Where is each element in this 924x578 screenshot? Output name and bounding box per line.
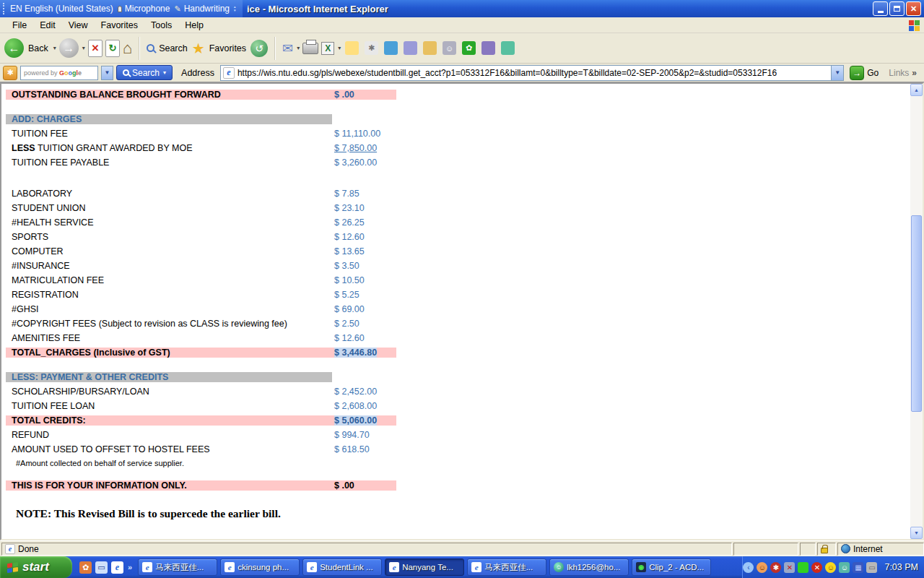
scroll-up-icon[interactable]: ▲ (910, 84, 923, 96)
taskbar-task[interactable]: ☺lkh1256@ho... (549, 558, 629, 576)
menu-tools[interactable]: Tools (144, 19, 178, 32)
search-button[interactable]: Search (147, 43, 189, 53)
address-url[interactable]: https://wis.ntu.edu.sg/pls/webexe/studen… (237, 68, 777, 78)
handwriting-button[interactable]: ✎Handwriting (174, 4, 230, 14)
home-button[interactable]: ⌂ (123, 39, 132, 58)
start-button[interactable]: start (0, 556, 72, 578)
forward-dropdown-icon[interactable]: ▾ (82, 45, 85, 51)
show-desktop-icon[interactable]: ▭ (95, 561, 108, 574)
google-combo-dropdown-icon[interactable]: ▼ (101, 66, 113, 80)
menu-view[interactable]: View (62, 19, 95, 32)
language-selector[interactable]: EN English (United States) (10, 4, 113, 14)
links-toolbar[interactable]: Links » (884, 68, 921, 78)
links-overflow-icon[interactable]: » (912, 68, 917, 78)
frame-tool-icon[interactable]: ✱ (365, 41, 378, 55)
taskbar-task[interactable]: eckinsung ph... (220, 558, 300, 576)
bill-row: COMPUTER$ 13.65 (6, 244, 923, 259)
refresh-icon: ↻ (108, 43, 116, 53)
tray-voice-icon[interactable]: ☺ (757, 562, 767, 573)
bill-label: LABORATORY (6, 189, 332, 199)
tray-device-icon[interactable]: ▭ (866, 562, 877, 573)
handwriting-icon: ✎ (174, 4, 180, 14)
mail-dropdown-icon[interactable]: ▾ (297, 45, 300, 51)
bill-row: REFUND$ 994.70 (6, 428, 923, 442)
icq-pro-icon[interactable]: ✿ (462, 41, 476, 55)
tray-volume-icon[interactable]: ✱ (770, 562, 781, 573)
language-bar[interactable]: EN English (United States) Microphone ✎H… (0, 0, 243, 17)
menu-help[interactable]: Help (178, 19, 210, 32)
close-button[interactable]: ✕ (906, 1, 921, 16)
msn-quicklaunch-icon[interactable]: ✿ (79, 561, 92, 574)
scrollbar-thumb[interactable] (911, 215, 922, 412)
messenger-swirl-icon[interactable] (501, 41, 515, 55)
tray-user-icon[interactable]: ☺ (839, 562, 850, 573)
address-dropdown-icon[interactable]: ▼ (831, 66, 843, 80)
bill-row: TUITION FEE LOAN$ 2,608.00 (6, 399, 923, 413)
address-input[interactable]: e https://wis.ntu.edu.sg/pls/webexe/stud… (220, 65, 844, 81)
language-bar-grip[interactable] (3, 3, 6, 14)
back-dropdown-icon[interactable]: ▾ (53, 45, 56, 51)
google-search-dropdown-icon[interactable]: ▾ (163, 69, 166, 76)
bill-label: SPORTS (6, 232, 332, 242)
research-icon[interactable] (404, 41, 417, 55)
tray-display-icon[interactable]: ▦ (853, 562, 863, 573)
favorites-button[interactable]: ★ Favorites (192, 40, 248, 57)
taskbar-task[interactable]: e马来西亚佳... (467, 558, 546, 576)
google-toolbar-icon[interactable]: ✱ (3, 66, 17, 80)
google-search-input[interactable]: powered by Google (20, 66, 98, 80)
bill-value-text[interactable]: $ 7,850.00 (334, 143, 377, 153)
scroll-down-icon[interactable]: ▼ (910, 527, 923, 539)
taskbar-task[interactable]: ◉Clip_2 - ACD... (632, 558, 711, 576)
bill-value: $ 618.50 (332, 444, 396, 454)
mail-button[interactable]: ✉ ▾ (282, 40, 300, 56)
internet-explorer-icon[interactable]: e (111, 561, 123, 574)
notes-icon[interactable] (345, 41, 359, 55)
taskbar-task[interactable]: eNanyang Te... (385, 558, 464, 576)
tray-smiley-icon[interactable]: ☺ (825, 562, 836, 573)
stop-button[interactable]: ✕ (88, 40, 103, 57)
bill-rows: OUTSTANDING BALANCE BROUGHT FORWARD$ .00… (1, 84, 923, 520)
bill-label: TOTAL CREDITS: (6, 415, 332, 426)
bill-label: TUITION FEE LOAN (6, 401, 332, 411)
tray-battery-icon[interactable] (798, 562, 808, 573)
print-button[interactable] (302, 43, 318, 54)
history-button[interactable]: ↺ (250, 40, 268, 57)
bill-row: MATRICULATION FEE$ 10.50 (6, 273, 923, 288)
taskbar-task[interactable]: e马来西亚佳... (138, 558, 217, 576)
language-bar-options-icon[interactable]: ▴▾ (234, 5, 236, 12)
menu-favorites[interactable]: Favorites (95, 19, 144, 32)
bill-value: $ 5,060.00 (332, 415, 396, 426)
dictionary-icon[interactable] (481, 41, 495, 55)
bill-label: #INSURANCE (6, 261, 332, 271)
edit-with-excel-button[interactable]: X ▾ (321, 42, 341, 55)
minimize-button[interactable] (873, 1, 888, 16)
favorites-star-icon: ★ (192, 40, 205, 57)
menu-file[interactable]: File (6, 19, 33, 32)
vertical-scrollbar[interactable]: ▲ ▼ (910, 84, 923, 539)
bill-value[interactable]: $ 7,850.00 (332, 143, 396, 153)
refresh-button[interactable]: ↻ (105, 40, 120, 57)
privacy-spy-icon[interactable]: ☺ (443, 41, 456, 55)
bill-value-text: $ 2.50 (334, 319, 359, 329)
go-button[interactable]: → Go (847, 66, 881, 80)
tray-network-disabled-icon[interactable]: ✕ (784, 562, 795, 573)
highlighter-icon[interactable] (423, 41, 437, 55)
menu-edit[interactable]: Edit (33, 19, 62, 32)
google-search-button[interactable]: Search▾ (116, 65, 173, 80)
links-label: Links (889, 68, 909, 78)
bill-value: $ .00 (332, 480, 396, 491)
globe-mail-icon[interactable] (384, 41, 398, 55)
microphone-button[interactable]: Microphone (118, 4, 170, 14)
edit-dropdown-icon[interactable]: ▾ (338, 45, 341, 51)
tray-collapse-chevron-icon[interactable]: ‹ (743, 562, 754, 573)
restore-button[interactable] (889, 1, 905, 16)
favorites-label: Favorites (209, 43, 246, 53)
taskbar-task[interactable]: eStudentLink ... (302, 558, 382, 576)
bill-row: #INSURANCE$ 3.50 (6, 259, 923, 273)
quick-launch-overflow-icon[interactable]: » (128, 563, 132, 571)
bill-label: THIS IS FOR YOUR INFORMATION ONLY. (6, 480, 332, 491)
back-button[interactable]: ← Back ▾ (4, 38, 56, 58)
tray-security-alert-icon[interactable]: ✕ (811, 562, 822, 573)
taskbar-clock[interactable]: 7:03 PM (884, 562, 918, 572)
forward-button[interactable]: → ▾ (59, 38, 85, 58)
